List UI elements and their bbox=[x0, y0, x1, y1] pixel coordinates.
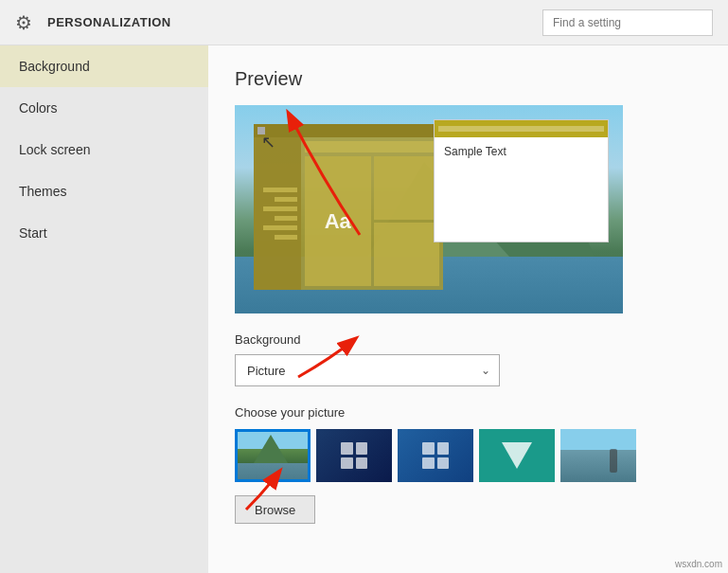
preview-window-body: Aa bbox=[254, 137, 443, 290]
preview-tile-aa: Aa bbox=[305, 156, 371, 286]
preview-top-strip bbox=[305, 141, 439, 152]
search-input[interactable] bbox=[542, 9, 713, 36]
thumbnail-5[interactable] bbox=[560, 429, 636, 482]
preview-title: Preview bbox=[235, 68, 701, 90]
line-4 bbox=[275, 216, 297, 221]
background-dropdown-container[interactable]: Picture ⌄ bbox=[235, 354, 500, 386]
line-6 bbox=[275, 235, 297, 240]
sidebar-item-lock-screen[interactable]: Lock screen bbox=[0, 129, 208, 170]
sidebar-item-colors[interactable]: Colors bbox=[0, 87, 208, 129]
settings-icon: ⚙ bbox=[15, 11, 38, 34]
sample-text-body: Sample Text bbox=[435, 137, 608, 242]
browse-button[interactable]: Browse bbox=[235, 495, 315, 524]
app-title: PERSONALIZATION bbox=[47, 15, 171, 29]
line-1 bbox=[263, 188, 297, 192]
background-section-label: Background bbox=[235, 332, 701, 347]
preview-lines-panel bbox=[254, 137, 301, 290]
preview-sample-window: Sample Text bbox=[434, 119, 609, 242]
sample-title-bar-text bbox=[438, 126, 604, 132]
background-dropdown[interactable]: Picture bbox=[235, 354, 500, 386]
sidebar-item-themes[interactable]: Themes bbox=[0, 170, 208, 212]
main-layout: Background Colors Lock screen Themes Sta… bbox=[0, 45, 728, 573]
sidebar: Background Colors Lock screen Themes Sta… bbox=[0, 45, 208, 573]
windows-logo-mini-2 bbox=[422, 442, 449, 469]
sample-text-label: Sample Text bbox=[444, 145, 506, 158]
preview-tile-3 bbox=[374, 223, 440, 286]
triangle-icon bbox=[502, 442, 532, 469]
line-5 bbox=[263, 225, 297, 230]
header: ⚙ PERSONALIZATION bbox=[0, 0, 728, 45]
thumbnail-2[interactable] bbox=[316, 429, 392, 482]
preview-right-panel: Aa bbox=[301, 137, 443, 290]
line-2 bbox=[275, 197, 297, 202]
choose-picture-label: Choose your picture bbox=[235, 405, 701, 420]
thumbnails-row bbox=[235, 429, 701, 482]
preview-tile-2 bbox=[374, 156, 440, 220]
dropdown-value: Picture bbox=[247, 364, 285, 378]
preview-tiles: Aa bbox=[305, 156, 439, 286]
line-3 bbox=[263, 206, 297, 211]
windows-logo-mini bbox=[341, 442, 367, 469]
thumbnail-4[interactable] bbox=[479, 429, 555, 482]
cursor-icon: ↖ bbox=[261, 132, 275, 152]
content-area: Preview ↖ bbox=[208, 45, 728, 573]
sidebar-item-start[interactable]: Start bbox=[0, 212, 208, 254]
thumbnail-3[interactable] bbox=[398, 429, 473, 482]
preview-window-left: Aa bbox=[254, 124, 443, 290]
preview-window-title-bar bbox=[254, 124, 443, 137]
preview-box: ↖ bbox=[235, 105, 623, 313]
sample-title-bar bbox=[435, 120, 608, 137]
watermark: wsxdn.com bbox=[675, 559, 722, 569]
thumbnail-1[interactable] bbox=[235, 429, 311, 482]
sidebar-item-background[interactable]: Background bbox=[0, 45, 208, 87]
